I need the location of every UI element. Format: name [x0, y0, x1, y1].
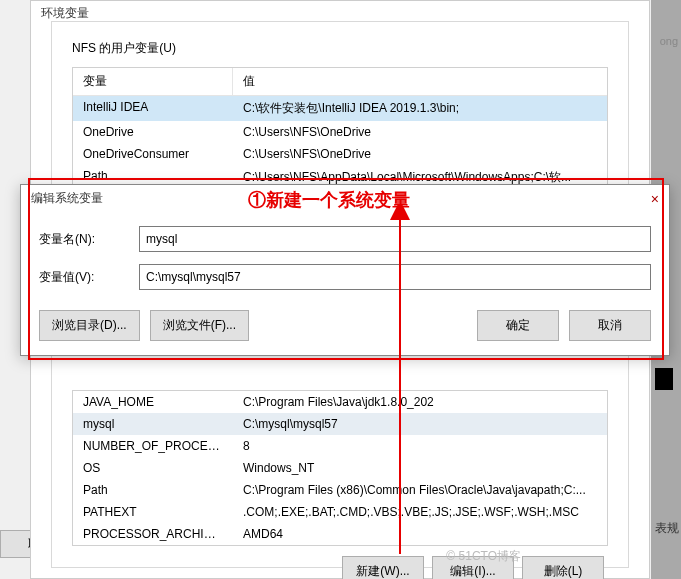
var-value-input[interactable]	[139, 264, 651, 290]
cell-var: PATHEXT	[73, 501, 233, 523]
var-value-label: 变量值(V):	[39, 269, 139, 286]
cell-val: 8	[233, 435, 607, 457]
ok-button[interactable]: 确定	[477, 310, 559, 341]
browse-dir-button[interactable]: 浏览目录(D)...	[39, 310, 140, 341]
cell-var: OneDrive	[73, 121, 233, 143]
cell-var: IntelliJ IDEA	[73, 96, 233, 121]
cell-val: C:\Users\NFS\OneDrive	[233, 143, 607, 165]
sys-vars-section: JAVA_HOME C:\Program Files\Java\jdk1.8.0…	[72, 390, 608, 579]
cell-val: Windows_NT	[233, 457, 607, 479]
cancel-button[interactable]: 取消	[569, 310, 651, 341]
browse-file-button[interactable]: 浏览文件(F)...	[150, 310, 249, 341]
th-variable[interactable]: 变量	[73, 68, 233, 95]
user-vars-section: NFS 的用户变量(U) 变量 值 IntelliJ IDEA C:\软件安装包…	[72, 40, 608, 191]
table-header: 变量 值	[73, 68, 607, 96]
var-name-label: 变量名(N):	[39, 231, 139, 248]
table-row[interactable]: NUMBER_OF_PROCESSORS 8	[73, 435, 607, 457]
dialog-title: 编辑系统变量	[31, 190, 103, 207]
new-button[interactable]: 新建(W)...	[342, 556, 424, 579]
cell-val: AMD64	[233, 523, 607, 545]
side-bg-text: 表规	[655, 520, 679, 537]
table-row[interactable]: OneDriveConsumer C:\Users\NFS\OneDrive	[73, 143, 607, 165]
table-row[interactable]: OS Windows_NT	[73, 457, 607, 479]
cell-val: C:\mysql\mysql57	[233, 413, 607, 435]
table-row[interactable]: Path C:\Program Files (x86)\Common Files…	[73, 479, 607, 501]
close-icon[interactable]: ×	[651, 191, 659, 207]
watermark: © 51CTO博客	[446, 548, 521, 565]
side-bg-text-top: ong	[660, 35, 678, 47]
table-row[interactable]: mysql C:\mysql\mysql57	[73, 413, 607, 435]
table-row[interactable]: PATHEXT .COM;.EXE;.BAT;.CMD;.VBS;.VBE;.J…	[73, 501, 607, 523]
delete-button[interactable]: 删除(L)	[522, 556, 604, 579]
cell-val: C:\Program Files\Java\jdk1.8.0_202	[233, 391, 607, 413]
cell-var: PROCESSOR_ARCHITECT...	[73, 523, 233, 545]
table-row[interactable]: OneDrive C:\Users\NFS\OneDrive	[73, 121, 607, 143]
side-black-box	[655, 368, 673, 390]
table-row[interactable]: PROCESSOR_ARCHITECT... AMD64	[73, 523, 607, 545]
cell-var: mysql	[73, 413, 233, 435]
user-vars-label: NFS 的用户变量(U)	[72, 40, 608, 57]
cell-var: NUMBER_OF_PROCESSORS	[73, 435, 233, 457]
th-value[interactable]: 值	[233, 68, 607, 95]
var-name-input[interactable]	[139, 226, 651, 252]
cell-val: C:\Users\NFS\OneDrive	[233, 121, 607, 143]
cell-var: OneDriveConsumer	[73, 143, 233, 165]
cell-val: .COM;.EXE;.BAT;.CMD;.VBS;.VBE;.JS;.JSE;.…	[233, 501, 607, 523]
user-vars-table[interactable]: 变量 值 IntelliJ IDEA C:\软件安装包\IntelliJ IDE…	[72, 67, 608, 191]
table-row[interactable]: IntelliJ IDEA C:\软件安装包\IntelliJ IDEA 201…	[73, 96, 607, 121]
cell-var: JAVA_HOME	[73, 391, 233, 413]
cell-var: OS	[73, 457, 233, 479]
sys-vars-table[interactable]: JAVA_HOME C:\Program Files\Java\jdk1.8.0…	[72, 390, 608, 546]
edit-system-variable-dialog: 编辑系统变量 × 变量名(N): 变量值(V): 浏览目录(D)... 浏览文件…	[20, 184, 670, 356]
cell-var: Path	[73, 479, 233, 501]
cell-val: C:\Program Files (x86)\Common Files\Orac…	[233, 479, 607, 501]
sys-vars-buttons: 新建(W)... 编辑(I)... 删除(L)	[72, 556, 608, 579]
cell-val: C:\软件安装包\IntelliJ IDEA 2019.1.3\bin;	[233, 96, 607, 121]
table-row[interactable]: JAVA_HOME C:\Program Files\Java\jdk1.8.0…	[73, 391, 607, 413]
